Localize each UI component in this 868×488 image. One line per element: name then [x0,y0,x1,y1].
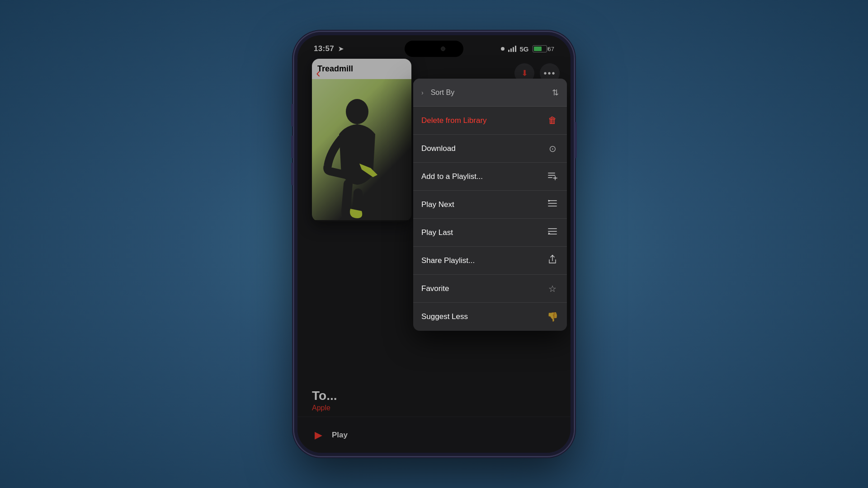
add-playlist-label: Add to a Playlist... [421,172,483,181]
play-last-icon-svg [547,226,557,236]
menu-item-sort[interactable]: › Sort By ⇅ [413,79,567,107]
phone-device: 13:57 ➤ 5G 67 [294,32,574,456]
share-label: Share Playlist... [421,256,475,265]
delete-icon: 🗑 [546,115,559,126]
menu-item-play-last[interactable]: Play Last [413,219,567,247]
menu-item-share[interactable]: Share Playlist... [413,247,567,275]
download-circle-icon: ⊙ [546,143,559,154]
menu-item-download[interactable]: Download ⊙ [413,135,567,163]
menu-item-suggest-less[interactable]: Suggest Less 👎 [413,303,567,331]
sort-left: › Sort By [421,89,454,97]
download-label: Download [421,144,456,153]
favorite-icon: ☆ [546,283,559,294]
sort-arrows-icon: ⇅ [552,88,559,98]
menu-item-delete[interactable]: Delete from Library 🗑 [413,107,567,135]
add-playlist-icon [546,170,559,183]
sort-chevron-icon: › [421,89,424,96]
menu-item-favorite[interactable]: Favorite ☆ [413,275,567,303]
context-menu: › Sort By ⇅ Delete from Library 🗑 Downlo… [413,79,567,331]
sort-label: Sort By [431,89,454,97]
play-next-icon [546,198,559,211]
share-icon-svg [547,254,557,264]
delete-label: Delete from Library [421,116,487,125]
favorite-label: Favorite [421,284,449,293]
dynamic-island [405,41,463,57]
menu-item-play-next[interactable]: Play Next [413,191,567,219]
thumbs-down-icon: 👎 [546,311,559,322]
play-last-icon [546,226,559,239]
phone-screen: 13:57 ➤ 5G 67 [297,35,571,453]
suggest-less-label: Suggest Less [421,312,468,321]
add-list-icon-svg [547,170,557,180]
share-icon [546,254,559,267]
menu-item-add-playlist[interactable]: Add to a Playlist... [413,163,567,191]
front-camera [441,47,445,51]
play-next-icon-svg [547,198,557,208]
play-next-label: Play Next [421,200,454,209]
play-last-label: Play Last [421,228,453,237]
svg-marker-9 [548,200,550,202]
